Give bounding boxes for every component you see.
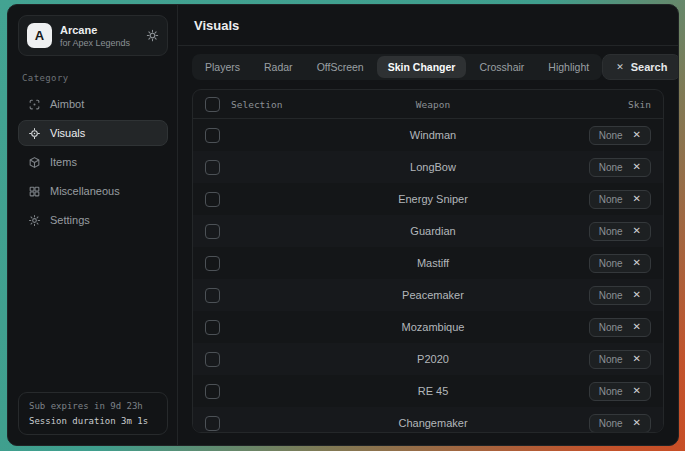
tab-radar[interactable]: Radar [253, 56, 304, 78]
weapon-name: Energy Sniper [355, 193, 511, 205]
tab-group: PlayersRadarOffScreenSkin ChangerCrossha… [192, 54, 602, 80]
skin-value: None [599, 290, 623, 301]
table-row[interactable]: ChangemakerNone✕ [193, 407, 663, 433]
sidebar-item-items[interactable]: Items [18, 149, 168, 175]
main-header: Visuals [178, 5, 678, 46]
sidebar-item-label: Items [50, 156, 77, 168]
clear-skin-icon[interactable]: ✕ [633, 322, 641, 332]
weapon-column-header: Weapon [355, 99, 511, 110]
clear-skin-icon[interactable]: ✕ [633, 386, 641, 396]
row-checkbox[interactable] [205, 224, 220, 239]
table-row[interactable]: WindmanNone✕ [193, 119, 663, 151]
tab-offscreen[interactable]: OffScreen [306, 56, 375, 78]
search-button-label: Search [631, 61, 668, 73]
skin-select-badge[interactable]: None✕ [589, 350, 651, 369]
skin-value: None [599, 322, 623, 333]
brand-text: Arcane for Apex Legends [60, 24, 130, 48]
clear-skin-icon[interactable]: ✕ [633, 130, 641, 140]
table-row[interactable]: MastiffNone✕ [193, 247, 663, 279]
sidebar-item-aimbot[interactable]: Aimbot [18, 91, 168, 117]
tab-skin-changer[interactable]: Skin Changer [377, 56, 467, 78]
weapon-name: Peacemaker [355, 289, 511, 301]
app-subtitle: for Apex Legends [60, 38, 130, 48]
row-checkbox[interactable] [205, 192, 220, 207]
app-window: A Arcane for Apex Legends Category Aimbo… [7, 4, 679, 446]
weapon-name: RE 45 [355, 385, 511, 397]
selection-cell [205, 256, 355, 271]
row-checkbox[interactable] [205, 128, 220, 143]
selection-cell [205, 384, 355, 399]
selection-cell [205, 352, 355, 367]
weapon-name: Windman [355, 129, 511, 141]
skin-cell: None✕ [511, 382, 651, 401]
skin-value: None [599, 354, 623, 365]
table-row[interactable]: Energy SniperNone✕ [193, 183, 663, 215]
skin-value: None [599, 130, 623, 141]
skin-select-badge[interactable]: None✕ [589, 222, 651, 241]
sidebar-item-settings[interactable]: Settings [18, 207, 168, 233]
skin-select-badge[interactable]: None✕ [589, 158, 651, 177]
row-checkbox[interactable] [205, 256, 220, 271]
clear-skin-icon[interactable]: ✕ [633, 418, 641, 428]
tab-crosshair[interactable]: Crosshair [468, 56, 535, 78]
row-checkbox[interactable] [205, 416, 220, 431]
clear-skin-icon[interactable]: ✕ [633, 162, 641, 172]
skin-select-badge[interactable]: None✕ [589, 382, 651, 401]
sidebar-item-visuals[interactable]: Visuals [18, 120, 168, 146]
skin-cell: None✕ [511, 318, 651, 337]
sidebar-item-label: Settings [50, 214, 90, 226]
skin-cell: None✕ [511, 414, 651, 433]
skin-select-badge[interactable]: None✕ [589, 414, 651, 433]
row-checkbox[interactable] [205, 160, 220, 175]
table-row[interactable]: P2020None✕ [193, 343, 663, 375]
row-checkbox[interactable] [205, 320, 220, 335]
select-all-checkbox[interactable] [205, 97, 220, 112]
selection-column-header: Selection [231, 99, 282, 110]
sub-expires-text: Sub expires in 9d 23h [29, 401, 157, 411]
weapon-name: Mastiff [355, 257, 511, 269]
skin-select-badge[interactable]: None✕ [589, 126, 651, 145]
skin-cell: None✕ [511, 158, 651, 177]
selection-cell [205, 192, 355, 207]
search-button[interactable]: ✕ Search [602, 54, 679, 80]
settings-gear-icon[interactable] [146, 29, 159, 42]
session-duration-text: Session duration 3m 1s [29, 416, 157, 426]
skin-select-badge[interactable]: None✕ [589, 318, 651, 337]
skin-cell: None✕ [511, 286, 651, 305]
table-row[interactable]: RE 45None✕ [193, 375, 663, 407]
skin-select-badge[interactable]: None✕ [589, 254, 651, 273]
skin-cell: None✕ [511, 254, 651, 273]
table-row[interactable]: LongBowNone✕ [193, 151, 663, 183]
clear-skin-icon[interactable]: ✕ [633, 258, 641, 268]
row-checkbox[interactable] [205, 352, 220, 367]
table-header-row: Selection Weapon Skin [193, 90, 663, 119]
weapon-name: Mozambique [355, 321, 511, 333]
skin-value: None [599, 418, 623, 429]
skin-select-badge[interactable]: None✕ [589, 286, 651, 305]
category-label: Category [22, 73, 164, 83]
target-scan-icon [28, 98, 41, 111]
row-checkbox[interactable] [205, 288, 220, 303]
table-row[interactable]: GuardianNone✕ [193, 215, 663, 247]
skin-cell: None✕ [511, 350, 651, 369]
tab-players[interactable]: Players [194, 56, 251, 78]
sidebar-item-miscellaneous[interactable]: Miscellaneous [18, 178, 168, 204]
skin-value: None [599, 162, 623, 173]
table-row[interactable]: MozambiqueNone✕ [193, 311, 663, 343]
weapon-name: Changemaker [355, 417, 511, 429]
skin-column-header: Skin [511, 99, 651, 110]
sidebar-item-label: Aimbot [50, 98, 84, 110]
sidebar-item-label: Miscellaneous [50, 185, 120, 197]
selection-cell [205, 128, 355, 143]
selection-cell [205, 320, 355, 335]
clear-skin-icon[interactable]: ✕ [633, 354, 641, 364]
subscription-card: Sub expires in 9d 23h Session duration 3… [18, 392, 168, 435]
clear-skin-icon[interactable]: ✕ [633, 290, 641, 300]
clear-skin-icon[interactable]: ✕ [633, 194, 641, 204]
table-row[interactable]: PeacemakerNone✕ [193, 279, 663, 311]
tab-highlight[interactable]: Highlight [537, 56, 600, 78]
desktop-background: A Arcane for Apex Legends Category Aimbo… [0, 0, 685, 451]
clear-skin-icon[interactable]: ✕ [633, 226, 641, 236]
row-checkbox[interactable] [205, 384, 220, 399]
skin-select-badge[interactable]: None✕ [589, 190, 651, 209]
